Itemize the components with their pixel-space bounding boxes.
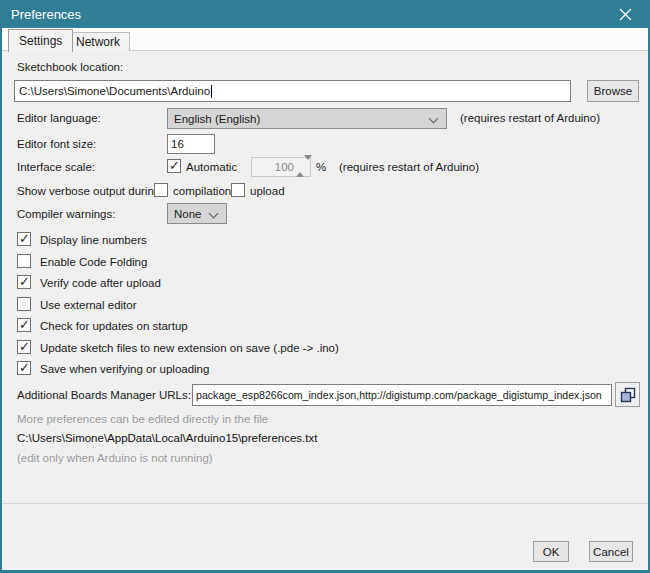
verbose-compilation-checkbox[interactable] [154, 183, 168, 197]
verbose-upload-checkbox[interactable] [231, 183, 245, 197]
compiler-warnings-label: Compiler warnings: [17, 208, 115, 220]
display-line-numbers-label: Display line numbers [40, 234, 147, 246]
boards-manager-urls-label: Additional Boards Manager URLs: [17, 389, 191, 401]
tab-settings[interactable]: Settings [8, 29, 73, 52]
update-sketch-files-checkbox[interactable] [17, 340, 31, 354]
automatic-scale-checkbox-label: Automatic [186, 161, 237, 173]
update-sketch-files-label: Update sketch files to new extension on … [40, 342, 339, 354]
save-when-verifying-checkbox[interactable] [17, 361, 31, 375]
dialog-title: Preferences [0, 7, 81, 22]
verbose-compilation-label: compilation [173, 185, 231, 197]
cancel-button[interactable]: Cancel [589, 541, 633, 562]
chevron-down-icon [429, 114, 439, 124]
preferences-dialog: Preferences Settings Network Sketchbook … [0, 0, 650, 573]
scale-value-spinner[interactable]: 100 [251, 157, 311, 177]
editor-language-value: English (English) [174, 113, 260, 125]
tab-network-label: Network [76, 35, 120, 49]
editor-font-size-input[interactable] [167, 134, 215, 154]
preferences-file-path: C:\Users\Simone\AppData\Local\Arduino15\… [17, 432, 317, 444]
windows-overlap-icon [620, 387, 636, 403]
verify-code-after-upload-label: Verify code after upload [40, 277, 161, 289]
verify-code-after-upload-checkbox[interactable] [17, 275, 31, 289]
sketchbook-location-label: Sketchbook location: [17, 61, 123, 73]
compiler-warnings-value: None [174, 208, 202, 220]
percent-sign: % [316, 161, 326, 173]
boards-manager-urls-input[interactable] [192, 384, 612, 406]
editor-language-label: Editor language: [17, 112, 101, 124]
ok-button[interactable]: OK [533, 541, 569, 562]
tab-network[interactable]: Network [66, 32, 130, 51]
verbose-upload-label: upload [250, 185, 285, 197]
check-for-updates-label: Check for updates on startup [40, 320, 188, 332]
language-restart-note: (requires restart of Arduino) [460, 112, 600, 124]
open-urls-editor-button[interactable] [615, 382, 640, 407]
close-icon [619, 8, 632, 21]
use-external-editor-label: Use external editor [40, 299, 137, 311]
title-bar: Preferences [0, 0, 650, 28]
more-preferences-note: More preferences can be edited directly … [17, 413, 268, 425]
interface-scale-label: Interface scale: [17, 161, 95, 173]
scale-restart-note: (requires restart of Arduino) [339, 161, 479, 173]
use-external-editor-checkbox[interactable] [17, 297, 31, 311]
display-line-numbers-checkbox[interactable] [17, 232, 31, 246]
cancel-button-label: Cancel [593, 546, 629, 558]
sketchbook-location-input[interactable]: C:\Users\Simone\Documents\Arduino [14, 80, 571, 102]
text-caret [211, 85, 212, 98]
check-for-updates-checkbox[interactable] [17, 318, 31, 332]
ok-button-label: OK [543, 546, 560, 558]
footer-separator [2, 503, 648, 504]
enable-code-folding-checkbox[interactable] [17, 254, 31, 268]
spinner-arrows-icon [296, 160, 308, 172]
sketchbook-location-value: C:\Users\Simone\Documents\Arduino [19, 85, 210, 97]
automatic-scale-checkbox[interactable] [167, 159, 181, 173]
compiler-warnings-select[interactable]: None [167, 203, 227, 224]
tab-settings-label: Settings [19, 34, 62, 48]
tab-strip: Settings Network [2, 28, 648, 51]
editor-font-size-label: Editor font size: [17, 138, 96, 150]
editor-language-select[interactable]: English (English) [167, 108, 447, 129]
enable-code-folding-label: Enable Code Folding [40, 256, 147, 268]
browse-button[interactable]: Browse [587, 80, 639, 102]
verbose-output-label: Show verbose output during: [17, 185, 163, 197]
save-when-verifying-label: Save when verifying or uploading [40, 363, 209, 375]
browse-button-label: Browse [594, 85, 632, 97]
edit-only-note: (edit only when Arduino is not running) [17, 452, 213, 464]
close-button[interactable] [608, 0, 642, 28]
chevron-down-icon [209, 209, 219, 219]
